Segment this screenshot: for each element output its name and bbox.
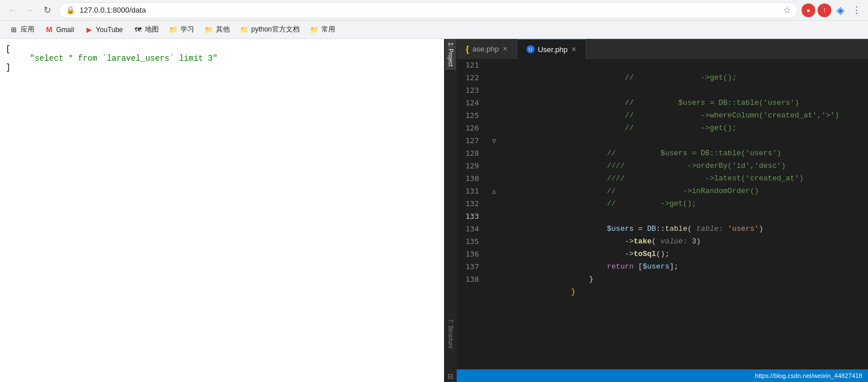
- bookmark-other[interactable]: 📁 其他: [200, 22, 234, 37]
- user-tab-label: User.php: [538, 45, 568, 54]
- ide-statusbar: https://blog.csdn.net/weixin_44827418: [457, 369, 868, 382]
- ext-icon-2[interactable]: !: [818, 3, 831, 17]
- apps-icon: ⊞: [9, 25, 18, 34]
- bookmark-apps[interactable]: ⊞ 应用: [5, 22, 39, 37]
- json-line-1: [: [6, 45, 438, 54]
- statusbar-url: https://blog.csdn.net/weixin_44827418: [755, 372, 862, 379]
- lock-icon: 🔒: [66, 6, 75, 14]
- chrome-extension-icons: ● ! ◈ ⋮: [802, 3, 863, 17]
- code-lines[interactable]: // ->get(); // $users = DB::table('users…: [500, 59, 868, 369]
- bookmark-star-icon[interactable]: ☆: [783, 5, 791, 15]
- code-gutter: ▽ △: [488, 59, 500, 369]
- learn-icon: 📁: [169, 25, 178, 34]
- reload-button[interactable]: ↻: [39, 2, 55, 18]
- ide-panel: 1: Project 7: Structure ⊟ { ase.php ✕: [444, 39, 868, 382]
- bookmark-common[interactable]: 📁 常用: [305, 22, 340, 37]
- json-line-3: ]: [6, 63, 438, 72]
- chrome-menu-button[interactable]: ⋮: [850, 3, 863, 17]
- bookmark-learn[interactable]: 📁 学习: [164, 22, 199, 37]
- ext-icon-1[interactable]: ●: [802, 3, 815, 17]
- database-tab-icon: {: [466, 45, 469, 54]
- user-tab-close[interactable]: ✕: [571, 46, 576, 53]
- layout-icon[interactable]: ⊟: [447, 372, 453, 380]
- json-output: [ "select * from `laravel_users` limit 3…: [6, 45, 438, 72]
- common-icon: 📁: [310, 25, 319, 34]
- url-text: 127.0.0.1:8000/data: [80, 6, 779, 14]
- bookmark-maps[interactable]: 🗺 地图: [129, 22, 163, 37]
- other-icon: 📁: [205, 25, 214, 34]
- main-content: [ "select * from `laravel_users` limit 3…: [0, 39, 868, 382]
- bookmark-gmail[interactable]: M Gmail: [40, 23, 78, 37]
- bookmark-youtube[interactable]: ▶ YouTube: [80, 23, 127, 37]
- ide-tab-bar: { ase.php ✕ U User.php ✕: [457, 39, 868, 59]
- browser-content: [ "select * from `laravel_users` limit 3…: [0, 39, 444, 382]
- maps-icon: 🗺: [133, 25, 143, 34]
- line-numbers: 121 122 123 124 125 126 127 128 129 130 …: [457, 59, 488, 369]
- json-line-2: "select * from `laravel_users` limit 3": [6, 54, 438, 63]
- tab-user[interactable]: U User.php ✕: [517, 39, 586, 59]
- python-icon: 📁: [240, 25, 249, 34]
- database-tab-close[interactable]: ✕: [502, 45, 508, 53]
- youtube-icon: ▶: [84, 25, 93, 34]
- project-tab[interactable]: 1: Project: [445, 39, 456, 70]
- ext-icon-3[interactable]: ◈: [834, 3, 847, 17]
- bookmarks-bar: ⊞ 应用 M Gmail ▶ YouTube 🗺 地图 📁 学习 📁 其他 📁 …: [0, 21, 868, 39]
- gmail-icon: M: [45, 25, 54, 34]
- structure-tab[interactable]: 7: Structure: [445, 314, 456, 353]
- nav-buttons: ← → ↻: [5, 2, 55, 18]
- code-line-121: // ->get();: [500, 59, 868, 72]
- code-container: 121 122 123 124 125 126 127 128 129 130 …: [457, 59, 868, 369]
- database-tab-label: ase.php: [472, 45, 498, 53]
- chrome-toolbar: ← → ↻ 🔒 127.0.0.1:8000/data ☆ ● ! ◈ ⋮: [0, 0, 868, 21]
- user-tab-icon: U: [527, 45, 535, 53]
- ide-vertical-tabs: 1: Project 7: Structure ⊟: [444, 39, 457, 382]
- forward-button[interactable]: →: [22, 2, 38, 18]
- address-bar[interactable]: 🔒 127.0.0.1:8000/data ☆: [58, 2, 798, 18]
- back-button[interactable]: ←: [5, 2, 21, 18]
- tab-database[interactable]: { ase.php ✕: [457, 39, 517, 59]
- bookmark-python[interactable]: 📁 python官方文档: [235, 22, 304, 37]
- ide-code-area: 121 122 123 124 125 126 127 128 129 130 …: [457, 59, 868, 369]
